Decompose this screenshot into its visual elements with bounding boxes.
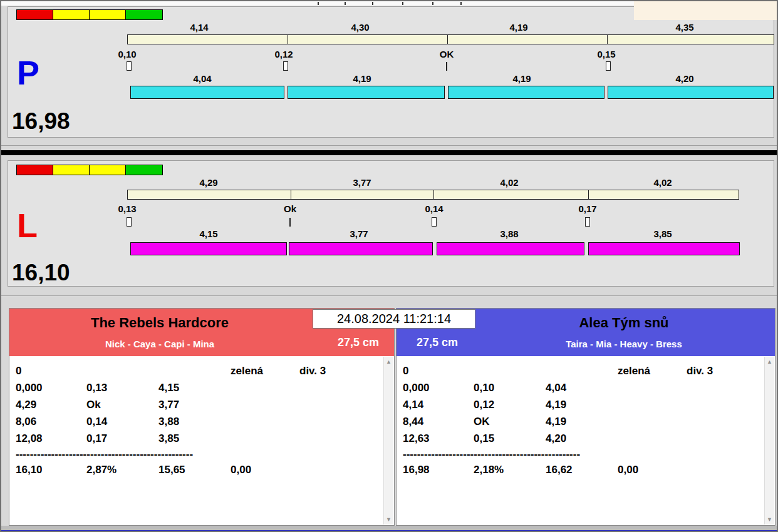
jump-height-label: 27,5 cm bbox=[324, 336, 393, 349]
table-row: 0,000 0,10 4,04 bbox=[403, 379, 760, 396]
table-row: 8,44 OK 4,19 bbox=[403, 413, 760, 430]
exchange-cell: 0,17 bbox=[86, 430, 158, 447]
exchange-time-label: 0,10 bbox=[102, 49, 152, 59]
penalty-time: 0,00 bbox=[618, 461, 687, 478]
scroll-up-icon[interactable]: ▲ bbox=[765, 357, 774, 367]
lane-divider-bar bbox=[1, 150, 777, 155]
division-label: div. 3 bbox=[299, 362, 379, 379]
leg-time-label: 4,19 bbox=[490, 73, 553, 84]
lane-total-time: 16,98 bbox=[12, 110, 70, 133]
exchange-sum-percent: 2,18% bbox=[474, 461, 546, 478]
window-artifact bbox=[318, 2, 319, 5]
leg-time-label: 4,04 bbox=[171, 73, 234, 84]
card-color-label: zelená bbox=[618, 362, 687, 379]
scroll-up-icon[interactable]: ▲ bbox=[384, 357, 393, 367]
team-name: Alea Tým snů bbox=[472, 315, 776, 331]
exchange-sensor-mark bbox=[127, 61, 132, 71]
split-bar-tick bbox=[607, 35, 608, 44]
results-table: 0 zelená div. 3 0,000 0,13 4,15 4,29 Ok … bbox=[9, 356, 394, 525]
lane-panel-l: 4,29 3,77 4,02 4,02 0,13 Ok 0,14 0,17 4,… bbox=[8, 160, 774, 287]
status-light-green bbox=[126, 165, 162, 175]
exchange-time-label: 0,13 bbox=[102, 203, 152, 214]
leg-time-label: 4,15 bbox=[177, 228, 240, 239]
exchange-ok-mark bbox=[446, 62, 447, 71]
team-panel-left: The Rebels Hardcore Nick - Caya - Capi -… bbox=[9, 308, 395, 526]
leg-progress-bar bbox=[130, 86, 284, 99]
exchange-time-label: 0,12 bbox=[259, 49, 309, 59]
leg-time-label: 4,19 bbox=[331, 73, 393, 84]
split-bar bbox=[127, 190, 739, 200]
card-color-label: zelená bbox=[231, 362, 299, 379]
vertical-scrollbar[interactable]: ▲ ▼ bbox=[383, 357, 393, 524]
table-row: 0 zelená div. 3 bbox=[403, 362, 760, 379]
leg-cell: 4,20 bbox=[546, 430, 618, 447]
cum-time-cell: 8,06 bbox=[16, 413, 86, 430]
exchange-ok-mark bbox=[289, 218, 291, 227]
window-artifact-strip bbox=[1, 1, 634, 6]
exchange-time-label: OK bbox=[422, 49, 472, 59]
table-cell bbox=[546, 362, 618, 379]
split-time-label: 4,29 bbox=[177, 177, 240, 188]
window-artifact bbox=[402, 2, 403, 5]
cum-time-cell: 4,14 bbox=[403, 396, 474, 413]
background-window-artifact bbox=[634, 1, 777, 20]
leg-cell: 4,19 bbox=[546, 413, 618, 430]
exchange-cell: 0,10 bbox=[474, 379, 546, 396]
divider-line bbox=[1, 295, 777, 296]
exchange-sensor-mark bbox=[606, 61, 611, 71]
vertical-scrollbar[interactable]: ▲ ▼ bbox=[764, 357, 774, 524]
exchange-time-label: 0,14 bbox=[409, 203, 459, 214]
exchange-sensor-mark bbox=[127, 217, 132, 227]
results-table: 0 zelená div. 3 0,000 0,10 4,04 4,14 0,1… bbox=[397, 356, 775, 525]
division-label: div. 3 bbox=[687, 362, 760, 379]
exchange-cell: 0,13 bbox=[86, 379, 158, 396]
table-summary-row: 16,98 2,18% 16,62 0,00 bbox=[403, 461, 760, 478]
table-row: 0,000 0,13 4,15 bbox=[16, 379, 379, 396]
leg-cell: 4,19 bbox=[546, 396, 618, 413]
split-bar bbox=[127, 34, 774, 44]
cum-time-cell: 0,000 bbox=[16, 379, 86, 396]
status-light-yellow-2 bbox=[90, 10, 126, 19]
leg-cell: 3,88 bbox=[158, 413, 231, 430]
exchange-cell: OK bbox=[474, 413, 546, 430]
table-cell bbox=[474, 362, 546, 379]
table-cell bbox=[86, 362, 158, 379]
table-row: 8,06 0,14 3,88 bbox=[16, 413, 379, 430]
window-artifact bbox=[345, 2, 346, 5]
leg-progress-bar bbox=[288, 86, 445, 99]
window-artifact bbox=[372, 2, 373, 5]
jump-height-label: 27,5 cm bbox=[403, 336, 472, 349]
status-lights bbox=[16, 165, 163, 175]
table-separator: ----------------------------------------… bbox=[403, 447, 760, 461]
leg-time-label: 4,20 bbox=[653, 73, 716, 84]
exchange-sensor-mark bbox=[432, 217, 437, 227]
leg-cell: 3,77 bbox=[158, 396, 231, 413]
results-section: 24.08.2024 11:21:14 The Rebels Hardcore … bbox=[1, 308, 777, 526]
split-time-label: 4,02 bbox=[478, 177, 541, 188]
cum-time-cell: 12,63 bbox=[403, 430, 474, 447]
leg-progress-bar bbox=[608, 86, 774, 99]
exchange-cell: 0,15 bbox=[474, 430, 546, 447]
total-time: 16,10 bbox=[16, 461, 86, 478]
leg-cell: 4,04 bbox=[546, 379, 618, 396]
app-window: 4,14 4,30 4,19 4,35 0,10 0,12 OK 0,15 4,… bbox=[0, 0, 778, 532]
leg-cell: 3,85 bbox=[158, 430, 231, 447]
split-time-label: 4,30 bbox=[329, 22, 392, 33]
run-number: 0 bbox=[16, 362, 86, 379]
exchange-sensor-mark bbox=[585, 217, 590, 227]
status-lights bbox=[16, 9, 163, 20]
exchange-time-label: 0,15 bbox=[581, 49, 631, 59]
team-members: Taira - Mia - Heavy - Bress bbox=[472, 339, 776, 349]
scroll-down-icon[interactable]: ▼ bbox=[384, 514, 393, 524]
status-light-yellow-1 bbox=[53, 10, 90, 19]
status-light-red bbox=[17, 165, 53, 175]
scroll-down-icon[interactable]: ▼ bbox=[765, 514, 774, 524]
team-members: Nick - Caya - Capi - Mina bbox=[9, 339, 310, 349]
split-time-label: 4,14 bbox=[168, 22, 231, 33]
exchange-sensor-mark bbox=[283, 61, 288, 71]
table-row: 4,29 Ok 3,77 bbox=[16, 396, 379, 413]
split-bar-tick bbox=[433, 190, 434, 199]
run-number: 0 bbox=[403, 362, 474, 379]
split-time-label: 3,77 bbox=[331, 177, 393, 188]
table-row: 0 zelená div. 3 bbox=[16, 362, 379, 379]
